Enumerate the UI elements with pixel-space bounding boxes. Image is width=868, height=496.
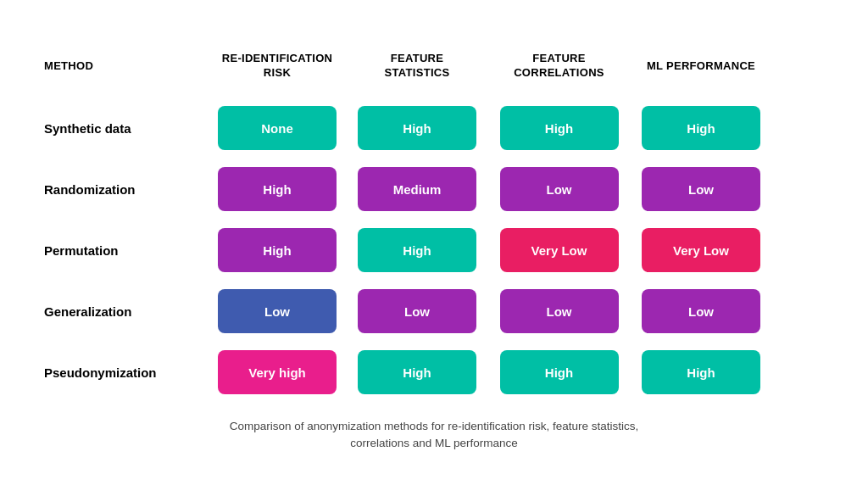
cell-1-2: Low	[485, 159, 633, 220]
badge-3-3: Low	[642, 289, 760, 333]
header-ml-perf: ML PERFORMANCE	[633, 59, 769, 91]
header-feature-stats: FEATURE STATISTICS	[349, 52, 485, 98]
badge-2-2: Very Low	[500, 228, 619, 272]
row-label-2: Permutation	[44, 233, 205, 268]
row-label-0: Synthetic data	[44, 111, 205, 146]
cell-3-0: Low	[205, 281, 349, 342]
badge-0-1: High	[358, 106, 476, 150]
row-label-3: Generalization	[44, 294, 205, 329]
badge-1-2: Low	[500, 167, 619, 211]
badge-2-3: Very Low	[642, 228, 760, 272]
badge-3-0: Low	[218, 289, 337, 333]
badge-1-3: Low	[642, 167, 760, 211]
header-reident: RE-IDENTIFICATION RISK	[205, 52, 349, 98]
badge-0-2: High	[500, 106, 619, 150]
cell-2-1: High	[349, 220, 485, 281]
badge-0-0: None	[218, 106, 337, 150]
cell-0-1: High	[349, 98, 485, 159]
cell-4-0: Very high	[205, 342, 349, 403]
badge-2-1: High	[358, 228, 476, 272]
badge-3-1: Low	[358, 289, 476, 333]
cell-1-1: Medium	[349, 159, 485, 220]
badge-2-0: High	[218, 228, 337, 272]
row-label-1: Randomization	[44, 172, 205, 207]
header-feature-corr: FEATURE CORRELATIONS	[485, 52, 633, 98]
badge-3-2: Low	[500, 289, 619, 333]
cell-4-1: High	[349, 342, 485, 403]
cell-0-2: High	[485, 98, 633, 159]
cell-2-0: High	[205, 220, 349, 281]
badge-0-3: High	[642, 106, 760, 150]
cell-4-2: High	[485, 342, 633, 403]
badge-1-1: Medium	[358, 167, 476, 211]
comparison-grid: METHOD RE-IDENTIFICATION RISK FEATURE ST…	[44, 52, 824, 403]
cell-0-3: High	[633, 98, 769, 159]
badge-4-2: High	[500, 350, 619, 394]
cell-2-3: Very Low	[633, 220, 769, 281]
cell-1-0: High	[205, 159, 349, 220]
badge-4-0: Very high	[218, 350, 337, 394]
cell-3-1: Low	[349, 281, 485, 342]
badge-1-0: High	[218, 167, 337, 211]
cell-3-2: Low	[485, 281, 633, 342]
cell-4-3: High	[633, 342, 769, 403]
cell-0-0: None	[205, 98, 349, 159]
main-container: METHOD RE-IDENTIFICATION RISK FEATURE ST…	[27, 26, 841, 469]
header-method: METHOD	[44, 59, 205, 91]
cell-3-3: Low	[633, 281, 769, 342]
cell-2-2: Very Low	[485, 220, 633, 281]
badge-4-1: High	[358, 350, 476, 394]
caption: Comparison of anonymization methods for …	[44, 418, 824, 453]
badge-4-3: High	[642, 350, 760, 394]
cell-1-3: Low	[633, 159, 769, 220]
row-label-4: Pseudonymization	[44, 355, 205, 390]
